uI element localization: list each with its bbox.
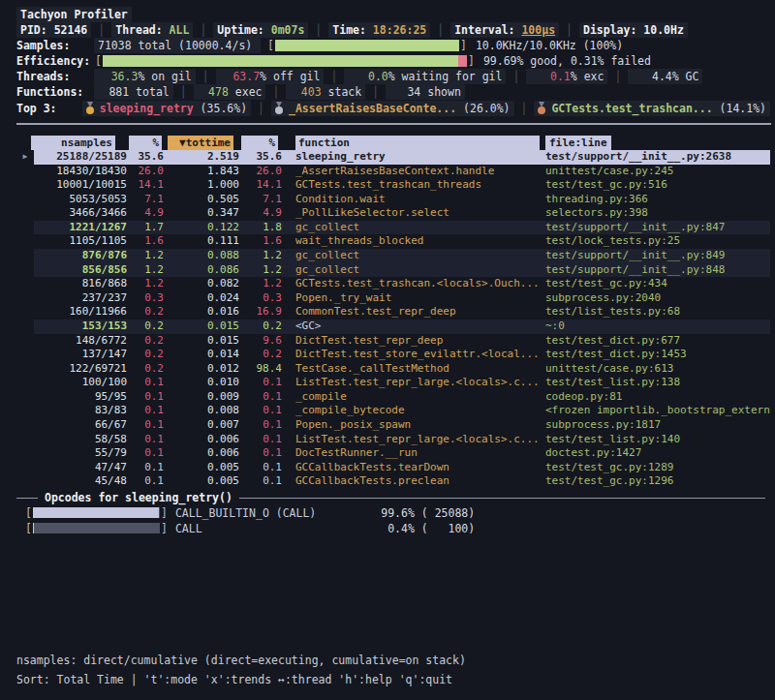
nsamples-cell: 10001/10015 <box>34 178 127 193</box>
thread-value: ALL <box>170 23 190 37</box>
pct-direct-cell: 35.6 <box>127 150 164 165</box>
table-row[interactable]: 47/470.10.0050.1GCCallbackTests.tearDown… <box>16 461 770 475</box>
thread-stat-value: 0.0 <box>348 70 388 83</box>
column-header-pct-cumulative[interactable]: % <box>241 136 278 150</box>
table-row[interactable]: 137/1470.20.0140.2DictTest.test_store_ev… <box>16 348 770 362</box>
opcode-bar-fill <box>33 507 159 518</box>
row-gutter <box>16 362 34 377</box>
top-function-2: _AssertRaisesBaseConte... (26.0%) <box>271 101 513 116</box>
file-line-cell: test/test_gc.py:1289 <box>545 461 770 475</box>
nsamples-cell: 876/876 <box>34 249 127 263</box>
interval-label: Interval: <box>454 23 514 37</box>
thread-stat-unit: % waiting for gil <box>388 70 503 83</box>
function-cell: DictTest.test_store_evilattr.<local... <box>295 348 545 362</box>
function-cell: sleeping_retry <box>295 150 545 165</box>
uptime-field: Uptime: 0m07s <box>213 22 308 38</box>
table-row[interactable]: 10001/1001514.11.00014.1GCTests.test_tra… <box>16 178 770 193</box>
nsamples-cell: 66/67 <box>34 418 127 433</box>
table-row[interactable]: 816/8681.20.0821.2GCTests.test_trashcan.… <box>16 277 770 291</box>
pct-direct-cell: 14.1 <box>127 178 164 193</box>
function-stat-unit: total <box>129 85 170 99</box>
tottime-cell: 0.347 <box>164 206 239 221</box>
separator: │ <box>614 70 621 83</box>
thread-stat-unit: % off gil <box>260 70 320 83</box>
file-line-cell: <frozen importlib._bootstrap_externa <box>545 404 770 418</box>
table-row[interactable]: 100/1000.10.0100.1ListTest.test_repr_lar… <box>16 376 770 390</box>
table-row[interactable]: 55/790.10.0060.1DocTestRunner.__rundocte… <box>16 446 770 461</box>
bracket-close: ] <box>161 506 168 520</box>
table-row[interactable]: 3466/34664.90.3474.9_PollLikeSelector.se… <box>16 206 770 221</box>
column-header-nsamples[interactable]: nsamples <box>31 136 115 150</box>
file-line-cell: subprocess.py:2040 <box>545 291 770 306</box>
function-cell: Popen._try_wait <box>295 291 545 306</box>
pct-direct-cell: 0.2 <box>127 320 164 334</box>
function-cell: <GC> <box>295 320 545 334</box>
table-row[interactable]: 876/8761.20.0881.2gc_collecttest/support… <box>16 249 770 263</box>
tottime-cell: 1.000 <box>164 178 239 193</box>
table-row[interactable]: 148/67720.20.0159.6DictTest.test_repr_de… <box>16 334 770 349</box>
column-header-file-line[interactable]: file:line <box>545 136 611 150</box>
tottime-cell: 0.007 <box>164 418 239 433</box>
thread-stat: 4.4% GC <box>628 69 702 84</box>
row-gutter <box>16 165 34 179</box>
table-row[interactable]: ▶25188/2518935.62.51935.6sleeping_retryt… <box>16 150 770 165</box>
separator: │ <box>272 85 279 99</box>
function-cell: Condition.wait <box>295 193 545 207</box>
top-function-3: GCTests.test_trashcan... (14.1%) <box>534 101 770 116</box>
pct-cumulative-cell: 35.6 <box>239 150 282 165</box>
column-header-pct-direct[interactable]: % <box>129 136 162 150</box>
bracket-open: [ <box>267 39 274 52</box>
table-row[interactable]: 160/119660.20.01616.9CommonTest.test_rep… <box>16 305 770 320</box>
table-row[interactable]: 1105/11051.60.1111.6wait_threads_blocked… <box>16 234 770 249</box>
pct-cumulative-cell: 0.1 <box>239 376 282 390</box>
table-row[interactable]: 66/670.10.0070.1Popen._posix_spawnsubpro… <box>16 418 770 433</box>
interval-field[interactable]: Interval: 100µs <box>450 22 559 38</box>
table-row[interactable]: 237/2370.30.0240.3Popen._try_waitsubproc… <box>16 291 770 306</box>
top-function-name: GCTests.test_trashcan... <box>551 102 712 115</box>
efficiency-good-fill <box>103 55 458 67</box>
nsamples-cell: 137/147 <box>34 348 127 362</box>
column-header-tottime-sorted[interactable]: ▼tottime <box>168 136 233 150</box>
file-line-cell: test/test_dict.py:677 <box>545 334 770 349</box>
tottime-cell: 0.010 <box>164 376 239 390</box>
table-row[interactable]: 1221/12671.70.1221.8gc_collecttest/suppo… <box>16 221 770 235</box>
table-row[interactable]: 5053/50537.10.5057.1Condition.waitthread… <box>16 193 770 207</box>
table-row[interactable]: 45/480.10.0050.1GCCallbackTests.preclean… <box>16 474 770 489</box>
file-line-cell: test/lock_tests.py:25 <box>545 234 770 249</box>
medal-disc <box>275 107 283 114</box>
function-stat-value: 478 <box>198 85 229 99</box>
pid-label: PID: <box>20 23 47 37</box>
tottime-cell: 0.024 <box>164 291 239 306</box>
table-row[interactable]: 153/1530.20.0150.2<GC>~:0 <box>16 320 770 334</box>
table-row[interactable]: 856/8561.20.0861.2gc_collecttest/support… <box>16 263 770 278</box>
tottime-cell: 0.505 <box>164 193 239 207</box>
bronze-medal-icon <box>538 102 546 114</box>
pct-direct-cell: 1.6 <box>127 234 164 249</box>
function-stat: 478 exec <box>194 84 266 100</box>
separator: │ <box>200 23 206 37</box>
thread-label: Thread: <box>115 23 162 37</box>
table-row[interactable]: 18430/1843026.01.84326.0_AssertRaisesBas… <box>16 165 770 179</box>
pct-direct-cell: 0.1 <box>127 461 164 475</box>
table-row[interactable]: 122/697210.20.01298.4TestCase._callTestM… <box>16 362 770 377</box>
nsamples-cell: 58/58 <box>34 433 127 447</box>
table-row[interactable]: 83/830.10.0080.1_compile_bytecode<frozen… <box>16 404 770 418</box>
function-cell: CommonTest.test_repr_deep <box>295 305 545 320</box>
separator: │ <box>437 23 444 37</box>
function-stat: 403 stack <box>286 84 365 100</box>
table-row[interactable]: 95/950.10.0090.1_compilecodeop.py:81 <box>16 390 770 405</box>
opcode-count: ( 100) <box>415 522 475 535</box>
function-cell: ListTest.test_repr_large.<locals>.c... <box>295 376 545 390</box>
thread-stat-value: 0.1 <box>530 70 570 83</box>
title-bar: Tachyon Profiler <box>16 7 770 22</box>
opcode-name: CALL <box>175 522 374 535</box>
function-cell: wait_threads_blocked <box>295 234 545 249</box>
tottime-cell: 0.008 <box>164 404 239 418</box>
efficiency-label: Efficiency: <box>16 54 94 68</box>
table-row[interactable]: 58/580.10.0060.1ListTest.test_repr_large… <box>16 433 770 447</box>
thread-field[interactable]: Thread: ALL <box>111 22 193 38</box>
pct-cumulative-cell: 0.1 <box>239 461 282 475</box>
column-header-function[interactable]: function <box>295 136 540 150</box>
nsamples-cell: 816/868 <box>34 277 127 291</box>
top3-row: Top 3: sleeping_retry (35.6%)│_AssertRai… <box>16 100 770 116</box>
